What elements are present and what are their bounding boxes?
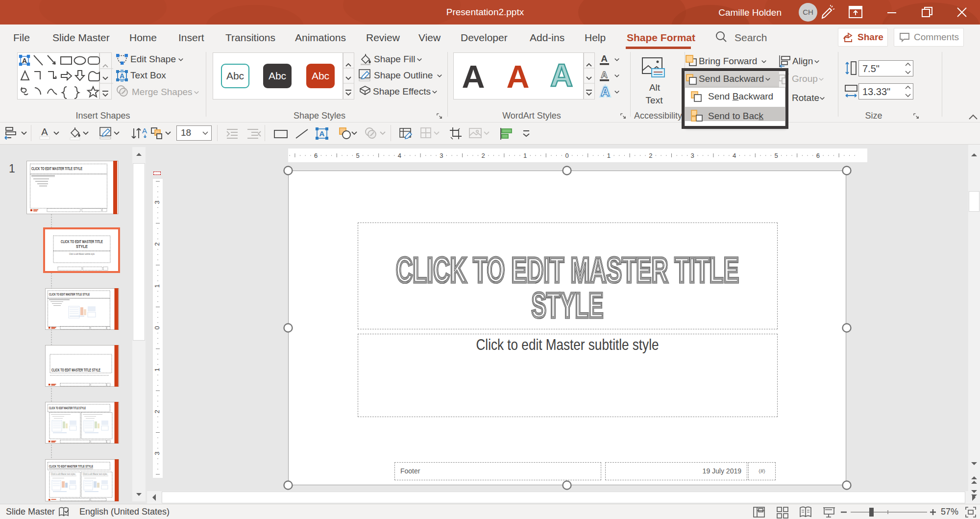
- svg-text:Click to edit Master text styl: Click to edit Master text styles: [51, 472, 75, 475]
- svg-text:1: 1: [153, 368, 161, 371]
- svg-text:4: 4: [733, 152, 736, 159]
- svg-text:CLICK TO EDIT MASTER TITLE STY: CLICK TO EDIT MASTER TITLE STYLE: [49, 292, 90, 297]
- svg-text:CLICK TO EDIT MASTER TITLE: CLICK TO EDIT MASTER TITLE: [61, 239, 103, 244]
- svg-text:3: 3: [153, 452, 161, 455]
- svg-text:A: A: [120, 72, 124, 80]
- svg-text:1: 1: [607, 152, 611, 159]
- svg-text:A: A: [601, 70, 608, 80]
- svg-text:A: A: [22, 57, 27, 65]
- svg-text:A: A: [507, 59, 530, 95]
- svg-text:0: 0: [153, 326, 161, 329]
- svg-text:CLICK TO EDIT MASTER TITLE STY: CLICK TO EDIT MASTER TITLE STYLE: [51, 368, 100, 372]
- svg-text:5: 5: [774, 152, 778, 159]
- svg-text:5: 5: [356, 152, 359, 159]
- svg-text:A: A: [601, 85, 610, 99]
- svg-text:Click to edit Master text styl: Click to edit Master text styles: [83, 472, 107, 475]
- svg-text:2: 2: [482, 152, 485, 159]
- svg-text:2: 2: [153, 410, 161, 413]
- svg-text:2: 2: [649, 152, 652, 159]
- svg-text:CLICK TO EDIT MASTER TITLE STY: CLICK TO EDIT MASTER TITLE STYLE: [49, 406, 86, 410]
- svg-text:2: 2: [153, 243, 161, 246]
- svg-text:CLICK TO EDIT MASTER TITLE STY: CLICK TO EDIT MASTER TITLE STYLE: [31, 166, 82, 171]
- svg-text:3: 3: [691, 152, 694, 159]
- svg-text:Click to edit Master subtitle: Click to edit Master subtitle style: [69, 253, 95, 255]
- svg-text:1: 1: [523, 152, 527, 159]
- svg-text:1: 1: [153, 284, 161, 288]
- svg-text:A: A: [550, 62, 573, 88]
- svg-text:6: 6: [816, 152, 820, 159]
- svg-text:3: 3: [153, 200, 161, 204]
- svg-text:0: 0: [565, 152, 568, 159]
- svg-text:4: 4: [398, 152, 401, 159]
- svg-text:STYLE: STYLE: [76, 244, 88, 249]
- svg-text:A: A: [601, 54, 608, 64]
- svg-text:6: 6: [314, 152, 318, 159]
- svg-text:A: A: [462, 59, 485, 95]
- svg-text:3: 3: [440, 152, 443, 159]
- svg-text:A: A: [41, 126, 48, 137]
- svg-text:A: A: [319, 129, 325, 138]
- svg-text:CLICK TO EDIT MASTER TITLE STY: CLICK TO EDIT MASTER TITLE STYLE: [49, 464, 93, 469]
- svg-text:A: A: [142, 126, 147, 135]
